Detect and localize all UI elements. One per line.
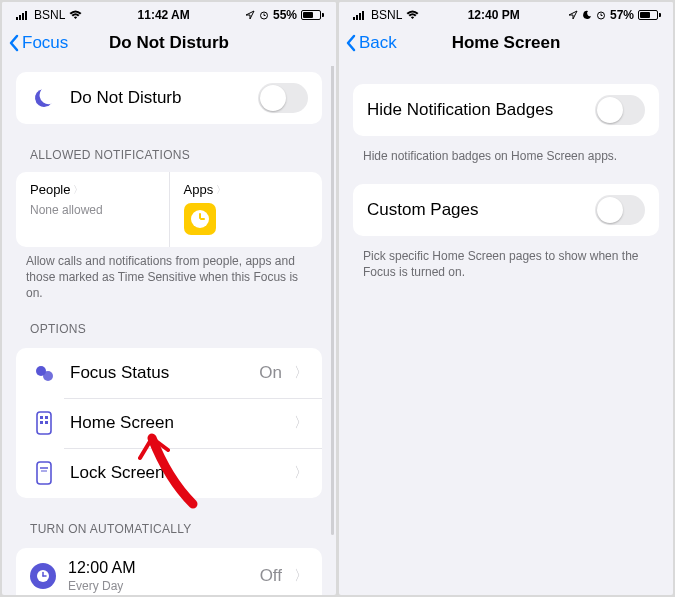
signal-icon xyxy=(353,10,367,20)
status-time: 12:40 PM xyxy=(468,8,520,22)
lock-screen-row[interactable]: Lock Screen 〉 xyxy=(16,448,322,498)
clock-app-icon xyxy=(184,203,216,235)
schedule-time: 12:00 AM xyxy=(68,559,248,577)
svg-rect-23 xyxy=(362,11,364,20)
home-screen-label: Home Screen xyxy=(70,413,282,433)
status-bar: BSNL 11:42 AM 55% xyxy=(2,2,336,24)
allowed-footer: Allow calls and notifications from peopl… xyxy=(2,247,336,304)
content-scroll[interactable]: Hide Notification Badges Hide notificati… xyxy=(339,66,673,595)
carrier-label: BSNL xyxy=(34,8,65,22)
battery-icon xyxy=(638,10,661,20)
status-bar: BSNL 12:40 PM 57% xyxy=(339,2,673,24)
svg-rect-22 xyxy=(359,13,361,20)
back-label: Focus xyxy=(22,33,68,53)
people-cell[interactable]: People〉 None allowed xyxy=(16,172,169,247)
focus-status-value: On xyxy=(259,363,282,383)
chevron-right-icon: 〉 xyxy=(294,364,308,382)
dnd-label: Do Not Disturb xyxy=(70,88,246,108)
svg-rect-13 xyxy=(45,421,48,424)
custom-pages-switch[interactable] xyxy=(595,195,645,225)
dnd-switch[interactable] xyxy=(258,83,308,113)
custom-pages-card: Custom Pages xyxy=(353,184,659,236)
apps-label: Apps xyxy=(184,182,214,197)
chevron-right-icon: 〉 xyxy=(73,183,83,197)
schedule-icon xyxy=(30,563,56,589)
battery-icon xyxy=(301,10,324,20)
focus-status-label: Focus Status xyxy=(70,363,247,383)
auto-card: 12:00 AM Every Day Off 〉 xyxy=(16,548,322,595)
custom-pages-label: Custom Pages xyxy=(367,200,583,220)
alarm-icon xyxy=(596,10,606,20)
custom-pages-footer: Pick specific Home Screen pages to show … xyxy=(339,242,673,282)
signal-icon xyxy=(16,10,30,20)
chevron-right-icon: 〉 xyxy=(294,414,308,432)
focus-status-row[interactable]: Focus Status On 〉 xyxy=(16,348,322,398)
wifi-icon xyxy=(406,10,419,20)
chevron-right-icon: 〉 xyxy=(294,567,308,585)
battery-pct: 55% xyxy=(273,8,297,22)
schedule-value: Off xyxy=(260,566,282,586)
svg-rect-11 xyxy=(45,416,48,419)
status-time: 11:42 AM xyxy=(138,8,190,22)
battery-pct: 57% xyxy=(610,8,634,22)
phone-right: BSNL 12:40 PM 57% Back Home Screen Hide … xyxy=(339,2,673,595)
options-header: OPTIONS xyxy=(2,304,336,342)
focus-status-icon xyxy=(30,359,58,387)
location-icon xyxy=(245,10,255,20)
svg-rect-12 xyxy=(40,421,43,424)
content-scroll[interactable]: Do Not Disturb ALLOWED NOTIFICATIONS Peo… xyxy=(2,66,336,595)
alarm-icon xyxy=(259,10,269,20)
svg-rect-1 xyxy=(19,15,21,20)
hide-badges-card: Hide Notification Badges xyxy=(353,84,659,136)
back-button[interactable]: Back xyxy=(345,33,397,53)
moon-icon xyxy=(30,84,58,112)
dnd-moon-icon xyxy=(582,10,592,20)
allowed-card: People〉 None allowed Apps〉 xyxy=(16,172,322,247)
apps-cell[interactable]: Apps〉 xyxy=(169,172,323,247)
options-card: Focus Status On 〉 Home Screen 〉 Lock Scr… xyxy=(16,348,322,498)
chevron-right-icon: 〉 xyxy=(216,183,226,197)
hide-badges-label: Hide Notification Badges xyxy=(367,100,583,120)
dnd-toggle-row[interactable]: Do Not Disturb xyxy=(16,72,322,124)
auto-header: TURN ON AUTOMATICALLY xyxy=(2,504,336,542)
wifi-icon xyxy=(69,10,82,20)
scroll-indicator xyxy=(331,64,334,535)
svg-rect-20 xyxy=(353,17,355,20)
people-label: People xyxy=(30,182,70,197)
hide-badges-switch[interactable] xyxy=(595,95,645,125)
svg-rect-0 xyxy=(16,17,18,20)
back-button[interactable]: Focus xyxy=(8,33,68,53)
home-screen-row[interactable]: Home Screen 〉 xyxy=(16,398,322,448)
hide-badges-footer: Hide notification badges on Home Screen … xyxy=(339,142,673,166)
schedule-sub: Every Day xyxy=(68,579,248,593)
chevron-right-icon: 〉 xyxy=(294,464,308,482)
schedule-row[interactable]: 12:00 AM Every Day Off 〉 xyxy=(16,548,322,595)
chevron-left-icon xyxy=(8,34,20,52)
hide-badges-row[interactable]: Hide Notification Badges xyxy=(353,84,659,136)
dnd-card: Do Not Disturb xyxy=(16,72,322,124)
nav-bar: Back Home Screen xyxy=(339,24,673,66)
nav-bar: Focus Do Not Disturb xyxy=(2,24,336,66)
svg-rect-14 xyxy=(37,462,51,484)
lock-screen-icon xyxy=(30,459,58,487)
phone-left: BSNL 11:42 AM 55% Focus Do Not Disturb D… xyxy=(2,2,336,595)
home-screen-icon xyxy=(30,409,58,437)
svg-point-8 xyxy=(43,371,53,381)
lock-screen-label: Lock Screen xyxy=(70,463,282,483)
chevron-left-icon xyxy=(345,34,357,52)
people-sub: None allowed xyxy=(30,203,155,217)
svg-rect-21 xyxy=(356,15,358,20)
carrier-label: BSNL xyxy=(371,8,402,22)
svg-rect-10 xyxy=(40,416,43,419)
custom-pages-row[interactable]: Custom Pages xyxy=(353,184,659,236)
svg-rect-2 xyxy=(22,13,24,20)
back-label: Back xyxy=(359,33,397,53)
allowed-header: ALLOWED NOTIFICATIONS xyxy=(2,130,336,168)
svg-rect-9 xyxy=(37,412,51,434)
svg-rect-3 xyxy=(25,11,27,20)
location-icon xyxy=(568,10,578,20)
